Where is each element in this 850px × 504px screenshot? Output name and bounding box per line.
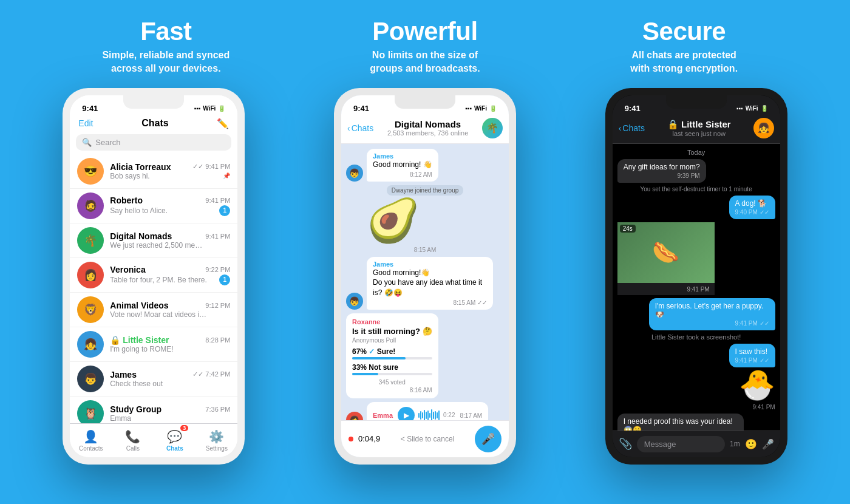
group-avatar: 🌴 [482,118,503,138]
tab-bar-1: 👤 Contacts 📞 Calls 💬 Chats 3 ⚙️ Settings [70,423,237,457]
contacts-icon: 👤 [83,429,98,444]
dark-msg-dog: A dog! 🐕 9:40 PM ✓✓ [729,196,775,219]
chat-item-alicia[interactable]: 😎 Alicia Torreaux ✓✓ 9:41 PM Bob says hi… [70,154,237,189]
phone-inner-3: 9:41 ▪▪▪ WiFi 🔋 ‹ Chats 🔒 Little Sister … [613,95,780,457]
sender-james-2: James [373,261,487,268]
system-msg-dwayne: Dwayne joined the group [387,185,464,196]
signal-icon-3: ▪▪▪ [736,105,743,112]
header-row: Fast Simple, reliable and syncedacross a… [0,0,850,82]
dark-sticker-time: 9:41 PM [752,404,775,410]
secure-subheading: All chats are protectedwith strong encry… [556,49,812,76]
chat-name-alicia: Alicia Torreaux [110,162,171,172]
chat-item-animalvideos[interactable]: 🦁 Animal Videos 9:12 PM Vote now! Moar c… [70,293,237,327]
poll-time: 8:16 AM [352,387,432,393]
tab-chats-active[interactable]: 💬 Chats 3 [154,424,195,457]
dark-chat-messages: Today Any gift ideas for mom? 9:39 PM Yo… [613,144,780,431]
chat-item-littlesister[interactable]: 👧 🔒 Little Sister 8:28 PM I'm going to R… [70,327,237,362]
wifi-icon-2: WiFi [474,105,487,112]
dark-system-timer: You set the self-destruct timer to 1 min… [617,186,775,192]
group-name: Digital Nomads [378,119,477,129]
chat-item-digitalnomads[interactable]: 🌴 Digital Nomads 9:41 PM We just reached… [70,223,237,258]
chat-item-james[interactable]: 👦 James ✓✓ 7:42 PM Check these out [70,362,237,397]
message-placeholder: Message [644,440,676,449]
status-icons-3: ▪▪▪ WiFi 🔋 [736,105,768,112]
back-button-2[interactable]: ‹ Chats [347,123,373,133]
search-placeholder: Search [95,138,120,147]
secure-heading: Secure [556,17,812,46]
time-james-2: 8:15 AM ✓✓ [373,299,487,306]
search-bar[interactable]: 🔍 Search [76,134,231,151]
chats-icon: 💬 [167,429,182,444]
chat-info-james: James ✓✓ 7:42 PM Check these out [110,370,230,388]
dark-media-msg: 🌭 24s 9:41 PM [617,222,715,295]
dark-contact-avatar: 👧 [753,118,774,138]
voice-time: 8:17 AM [460,412,482,419]
phones-row: 9:41 ▪▪▪ WiFi 🔋 Edit Chats ✏️ 🔍 Sear [0,82,850,504]
voice-duration: 0:22 [443,412,455,418]
avatar-james-msg-2: 👦 [346,293,363,310]
chat-preview-veronica: Table for four, 2 PM. Be there. [110,276,206,284]
poll-question: Is it still morning? 🤔 [352,327,432,336]
wifi-icon: WiFi [203,105,216,112]
dark-chat-header: ‹ Chats 🔒 Little Sister last seen just n… [613,115,780,144]
chat-info-roberto: Roberto 9:41 PM Say hello to Alice. 1 [110,196,230,216]
phone-inner-2: 9:41 ▪▪▪ WiFi 🔋 ‹ Chats Digital Nomads 2… [341,95,509,457]
tab-settings[interactable]: ⚙️ Settings [195,424,237,457]
poll-option-notsure-label: 33% Not sure [352,363,398,372]
dark-msg-gift-time: 9:39 PM [624,172,700,179]
media-msg-time: 9:41 PM [622,286,710,293]
pin-icon-alicia: 📌 [223,172,230,179]
chat-preview-roberto: Say hello to Alice. [110,206,168,215]
mic-button[interactable]: 🎤 [475,426,501,452]
dark-message-input[interactable]: Message [637,436,725,452]
battery-icon-3: 🔋 [761,105,768,112]
notch-3 [666,95,727,109]
chats-title: Chats [141,118,168,129]
chat-item-veronica[interactable]: 👩 Veronica 9:22 PM Table for four, 2 PM.… [70,258,237,293]
group-chat-header: ‹ Chats Digital Nomads 2,503 members, 73… [341,115,509,144]
chats-header: Edit Chats ✏️ [70,115,237,134]
poll-bubble: Roxanne Is it still morning? 🤔 Anonymous… [346,313,438,398]
emoji-button[interactable]: 🙂 [745,438,757,450]
text-james-1: Good morning! 👋 [373,160,432,170]
dark-msg-proof-text: I needed proof this was your idea! 😱🤫 [624,417,738,431]
wifi-icon-3: WiFi [746,105,758,112]
phone-fast: 9:41 ▪▪▪ WiFi 🔋 Edit Chats ✏️ 🔍 Sear [63,88,245,465]
chat-name-veronica: Veronica [110,265,145,274]
chat-info-littlesister: 🔒 Little Sister 8:28 PM I'm going to ROM… [110,335,230,353]
chat-time-studygroup: 7:36 PM [205,406,230,413]
compose-icon[interactable]: ✏️ [217,118,229,129]
chat-item-studygroup[interactable]: 🦉 Study Group 7:36 PM Emma [70,397,237,423]
chat-preview-animalvideos: Vote now! Moar cat videos in this channe… [110,310,207,319]
poll-bar-notsure [352,373,378,375]
phone-secure: 9:41 ▪▪▪ WiFi 🔋 ‹ Chats 🔒 Little Sister … [605,88,787,465]
media-hotdog: 🌭 24s [617,222,715,283]
play-button[interactable]: ▶ [398,407,415,420]
chat-preview-james: Check these out [110,380,163,388]
dark-back-button[interactable]: ‹ Chats [619,123,645,133]
group-chat-messages: 👦 James Good morning! 👋 8:12 AM Dwayne j… [341,144,509,420]
attach-icon[interactable]: 📎 [619,437,632,451]
chat-item-roberto[interactable]: 🧔 Roberto 9:41 PM Say hello to Alice. 1 [70,189,237,223]
dark-msg-saw-text: I saw this! [735,347,769,356]
dark-bottom-bar: 📎 Message 1m 🙂 🎤 [613,431,780,457]
chat-time-digitalnomads: 9:41 PM [205,233,230,240]
secure-column-header: Secure All chats are protectedwith stron… [556,17,812,76]
voice-sender: Emma [373,412,393,419]
msg-james-2: 👦 James Good morning!👋Do you have any id… [346,257,504,310]
sticker-avocado: 🥑 [367,199,420,242]
dark-msg-proof: I needed proof this was your idea! 😱🤫 9:… [617,414,744,431]
dark-mic-button[interactable]: 🎤 [762,438,774,450]
chat-name-digitalnomads: Digital Nomads [110,231,172,241]
dark-msg-puppy-time: 9:41 PM ✓✓ [655,320,769,327]
time-james-1: 8:12 AM [373,171,432,178]
avatar-james: 👦 [77,366,104,392]
self-destruct-timer-button[interactable]: 1m [730,440,740,448]
chat-time-alicia: ✓✓ 9:41 PM [192,163,230,171]
signal-icon-2: ▪▪▪ [465,105,472,112]
edit-chats-button[interactable]: Edit [78,118,93,128]
tab-contacts[interactable]: 👤 Contacts [70,424,112,457]
chat-preview-studygroup: Emma [110,414,131,423]
tab-calls[interactable]: 📞 Calls [112,424,154,457]
recording-dot [348,437,353,441]
